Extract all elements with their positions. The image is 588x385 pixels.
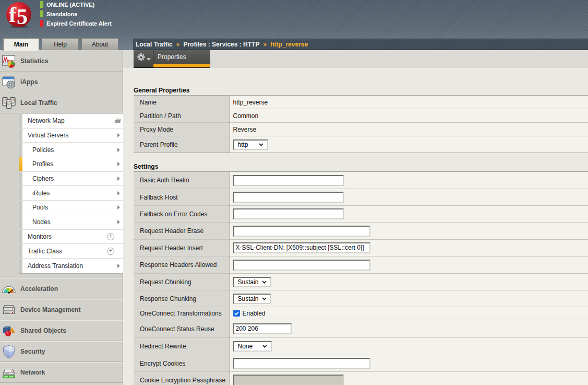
svg-text:f: f [9, 3, 17, 27]
svg-text:5: 5 [17, 5, 28, 28]
